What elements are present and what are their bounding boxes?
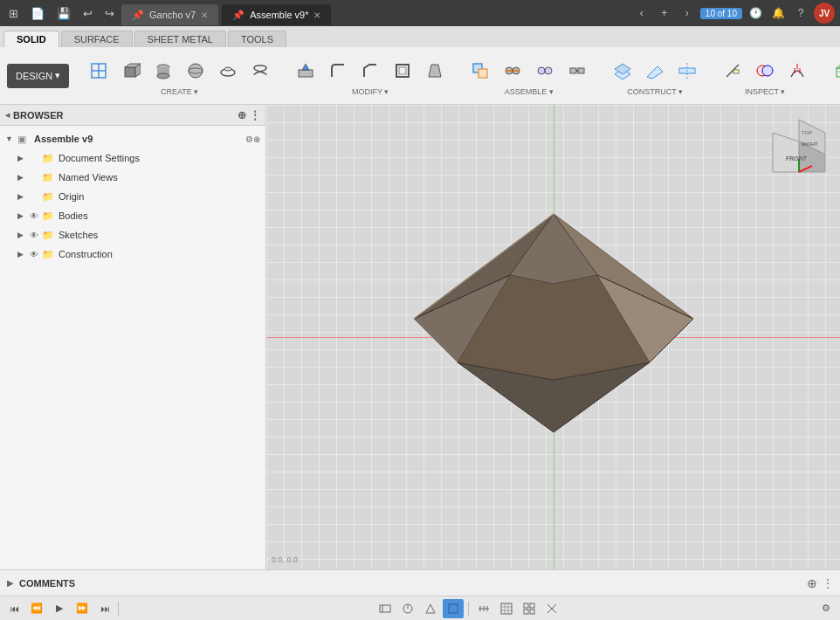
comments-expand-btn[interactable]: ⋮ <box>823 577 833 589</box>
interference-btn[interactable] <box>749 55 781 86</box>
origin-expand[interactable]: ▶ <box>17 192 30 201</box>
timeline-btn-6[interactable] <box>496 599 517 618</box>
tab-assemble[interactable]: 📌 Assemble v9* ✕ <box>222 4 331 25</box>
sketches-expand[interactable]: ▶ <box>17 231 30 239</box>
timeline-btn-7[interactable] <box>519 599 540 618</box>
named-views-expand[interactable]: ▶ <box>17 173 30 182</box>
sphere-btn[interactable] <box>180 55 211 86</box>
tab-chevron-left[interactable]: ‹ <box>632 3 651 23</box>
browser-expand-btn[interactable]: ⊕ <box>238 109 246 121</box>
root-collapse-icon[interactable]: ▼ <box>5 134 17 143</box>
timeline-btn-4[interactable] <box>443 599 464 618</box>
construction-eye-icon[interactable]: 👁 <box>30 250 42 259</box>
as-built-joint-btn[interactable] <box>529 55 561 86</box>
root-add-icon[interactable]: ⊕ <box>253 134 260 144</box>
nav-cube[interactable]: FRONT RIGHT TOP <box>768 115 830 176</box>
timeline-btn-8[interactable] <box>541 599 562 618</box>
construction-folder-icon: 📁 <box>42 249 56 260</box>
joint-btn[interactable] <box>497 55 528 86</box>
measure-btn[interactable] <box>717 55 748 86</box>
timeline-btn-1[interactable] <box>375 599 396 618</box>
file-icon[interactable]: 📄 <box>27 5 48 22</box>
browser-item-origin[interactable]: ▶ 📁 Origin <box>0 187 265 206</box>
bodies-eye-icon[interactable]: 👁 <box>30 211 42 221</box>
new-component-btn[interactable] <box>465 55 496 86</box>
close-gancho-btn[interactable]: ✕ <box>201 10 208 20</box>
toolbar-buttons: DESIGN ▾ <box>0 47 840 104</box>
tab-sheetmetal[interactable]: SHEET METAL <box>134 31 226 47</box>
main-area: ◂ BROWSER ⊕ ⋮ ▼ ▣ Assemble v9 ⚙ ⊕ ▶ 📁 Do… <box>0 105 840 569</box>
curvature-btn[interactable] <box>781 55 813 86</box>
tab-solid[interactable]: SOLID <box>3 31 59 47</box>
shell-btn[interactable] <box>387 55 418 86</box>
timeline-btn-5[interactable] <box>473 599 494 618</box>
user-avatar[interactable]: JV <box>814 3 835 24</box>
browser-toggle-btn[interactable]: ◂ <box>5 110 10 120</box>
svg-rect-13 <box>299 70 313 77</box>
torus-btn[interactable] <box>212 55 244 86</box>
comments-add-btn[interactable]: ⊕ <box>807 576 817 590</box>
midplane-btn[interactable] <box>671 55 703 86</box>
svg-rect-3 <box>125 67 135 77</box>
fillet-btn[interactable] <box>322 55 354 86</box>
step-forward-btn[interactable]: ⏩ <box>72 599 93 618</box>
doc-settings-folder-icon: 📁 <box>42 153 56 164</box>
tab-tools[interactable]: TOOLS <box>228 31 286 47</box>
svg-marker-17 <box>429 65 441 77</box>
svg-rect-79 <box>501 603 512 614</box>
play-btn[interactable]: ▶ <box>49 599 70 618</box>
insert-mesh-btn[interactable] <box>827 55 840 86</box>
settings-btn[interactable]: ⚙ <box>816 599 837 618</box>
browser-item-sketches[interactable]: ▶ 👁 📁 Sketches <box>0 225 265 245</box>
file-counter: 10 of 10 <box>700 8 742 19</box>
bodies-expand[interactable]: ▶ <box>17 211 30 220</box>
construction-expand[interactable]: ▶ <box>17 250 30 258</box>
tab-add-btn[interactable]: + <box>655 3 674 23</box>
bottom-toolbar: ⏮ ⏪ ▶ ⏩ ⏭ ⚙ <box>0 596 840 620</box>
browser-item-construction[interactable]: ▶ 👁 📁 Construction <box>0 245 265 264</box>
svg-rect-25 <box>570 68 576 73</box>
tab-gancho[interactable]: 📌 Gancho v7 ✕ <box>121 4 218 25</box>
save-icon[interactable]: 💾 <box>53 5 74 22</box>
timeline-btn-3[interactable] <box>420 599 441 618</box>
skip-back-btn[interactable]: ⏮ <box>3 599 24 618</box>
redo-icon[interactable]: ↪ <box>101 5 118 22</box>
draft-btn[interactable] <box>419 55 451 86</box>
press-pull-btn[interactable] <box>290 55 321 86</box>
grid-icon[interactable]: ⊞ <box>5 5 22 22</box>
timeline-btn-2[interactable] <box>397 599 418 618</box>
coil-btn[interactable] <box>244 55 276 86</box>
offset-plane-btn[interactable] <box>607 55 638 86</box>
root-settings-icon[interactable]: ⚙ <box>245 134 253 144</box>
close-assemble-btn[interactable]: ✕ <box>313 10 320 20</box>
step-back-btn[interactable]: ⏪ <box>26 599 47 618</box>
motion-link-btn[interactable] <box>561 55 593 86</box>
help-icon[interactable]: ? <box>791 3 810 23</box>
plane-at-angle-btn[interactable] <box>639 55 671 86</box>
new-body-btn[interactable] <box>83 55 114 86</box>
modify-group: MODIFY ▾ <box>290 55 451 96</box>
cylinder-btn[interactable] <box>148 55 179 86</box>
tab-chevron-right[interactable]: › <box>678 3 697 23</box>
browser-item-bodies[interactable]: ▶ 👁 📁 Bodies <box>0 206 265 225</box>
sketches-eye-icon[interactable]: 👁 <box>30 231 42 240</box>
design-button[interactable]: DESIGN ▾ <box>7 64 69 88</box>
bell-icon[interactable]: 🔔 <box>768 3 788 23</box>
undo-icon[interactable]: ↩ <box>79 5 96 22</box>
browser-root[interactable]: ▼ ▣ Assemble v9 ⚙ ⊕ <box>0 129 265 148</box>
box-btn[interactable] <box>115 55 147 86</box>
comments-toggle-icon[interactable]: ▶ <box>7 578 14 588</box>
viewport[interactable]: FRONT RIGHT TOP 0.0, 0.0 <box>266 105 840 569</box>
browser-item-named-views[interactable]: ▶ 📁 Named Views <box>0 168 265 187</box>
insert-group: SVG DXF INSERT ▾ <box>827 55 840 96</box>
origin-folder-icon: 📁 <box>42 191 56 203</box>
clock-icon[interactable]: 🕐 <box>746 3 765 23</box>
doc-settings-expand[interactable]: ▶ <box>17 154 30 162</box>
tab-surface[interactable]: SURFACE <box>61 31 133 47</box>
inspect-group: INSPECT ▾ <box>717 55 813 96</box>
skip-forward-btn[interactable]: ⏭ <box>94 599 115 618</box>
browser-options-btn[interactable]: ⋮ <box>250 109 260 121</box>
browser-item-doc-settings[interactable]: ▶ 📁 Document Settings <box>0 148 265 168</box>
chamfer-btn[interactable] <box>355 55 386 86</box>
comments-label: COMMENTS <box>19 578 802 589</box>
